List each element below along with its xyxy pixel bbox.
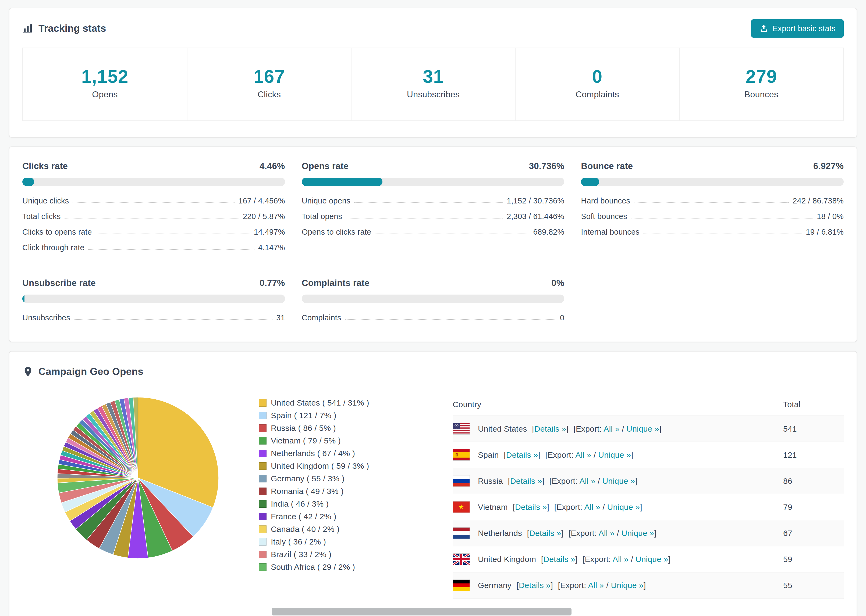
bracket: [ <box>508 476 510 486</box>
metric-value: 18 / 0% <box>817 212 844 221</box>
rate-progress-bar <box>22 178 285 186</box>
total-cell: 79 <box>783 494 844 520</box>
separator: / <box>598 476 600 486</box>
country-cell: Vietnam [Details »] [Export: All » / Uni… <box>453 494 783 520</box>
export-unique-link[interactable]: Unique » <box>611 581 644 590</box>
stat-value: 0 <box>518 66 676 87</box>
export-unique-link[interactable]: Unique » <box>622 529 654 537</box>
export-button-label: Export basic stats <box>773 24 836 33</box>
export-label: [Export: <box>545 451 573 459</box>
rate-block: Opens rate 30.736% Unique opens 1,152 / … <box>302 161 565 255</box>
export-all-link[interactable]: All » <box>575 451 591 459</box>
legend-label: Netherlands ( 67 / 4% ) <box>271 449 355 458</box>
stat-label: Complaints <box>518 90 676 99</box>
rate-progress-fill <box>302 178 383 186</box>
tracking-stats-header: Tracking stats Export basic stats <box>22 19 844 38</box>
stat-value: 1,152 <box>25 66 184 87</box>
export-all-link[interactable]: All » <box>612 555 628 564</box>
geo-title: Campaign Geo Opens <box>22 366 143 377</box>
export-group: [Export: All » / Unique »] <box>583 555 671 564</box>
total-cell: 59 <box>783 546 844 572</box>
rate-block: Clicks rate 4.46% Unique clicks 167 / 4.… <box>22 161 285 255</box>
export-all-link[interactable]: All » <box>599 529 614 537</box>
total-cell: 67 <box>783 520 844 546</box>
rate-metric-row: Unsubscribes 31 <box>22 310 285 325</box>
country-cell: United States [Details »] [Export: All »… <box>453 416 783 442</box>
geo-table-wrap: Country Total United States [Details »] … <box>453 394 844 599</box>
export-unique-link[interactable]: Unique » <box>598 451 631 459</box>
bracket: ] <box>542 476 545 486</box>
metric-label: Clicks to opens rate <box>22 228 92 237</box>
legend-color-swatch <box>259 475 266 482</box>
bracket: ] <box>644 581 646 590</box>
legend-item: United States ( 541 / 31% ) <box>259 398 431 407</box>
details-link[interactable]: Details » <box>534 424 567 433</box>
details-link[interactable]: Details » <box>515 503 547 511</box>
legend-label: Russia ( 86 / 5% ) <box>271 424 336 433</box>
rate-metric-row: Opens to clicks rate 689.82% <box>302 224 565 240</box>
details-group: [Details »] <box>527 529 564 537</box>
rate-block: Complaints rate 0% Complaints 0 <box>302 278 565 325</box>
country-name: Germany <box>478 581 512 590</box>
legend-item: Germany ( 55 / 3% ) <box>259 474 431 483</box>
table-row: Vietnam [Details »] [Export: All » / Uni… <box>453 494 844 520</box>
bracket: ] <box>668 555 671 564</box>
total-cell: 55 <box>783 572 844 598</box>
dotted-leader <box>96 230 250 234</box>
tracking-stats-title-text: Tracking stats <box>38 23 106 34</box>
export-basic-stats-button[interactable]: Export basic stats <box>751 19 844 38</box>
details-link[interactable]: Details » <box>543 555 575 564</box>
details-group: [Details »] <box>541 555 578 564</box>
rate-value: 0.77% <box>260 278 285 288</box>
export-unique-link[interactable]: Unique » <box>636 555 668 564</box>
export-group: [Export: All » / Unique »] <box>568 529 657 537</box>
rate-value: 30.736% <box>529 161 565 171</box>
export-unique-link[interactable]: Unique » <box>602 476 635 486</box>
rate-head: Complaints rate 0% <box>302 278 565 288</box>
metric-value: 31 <box>276 313 285 322</box>
details-link[interactable]: Details » <box>506 451 538 459</box>
country-name: United Kingdom <box>478 555 536 564</box>
total-cell: 86 <box>783 468 844 494</box>
dotted-leader <box>74 316 272 320</box>
export-group: [Export: All » / Unique »] <box>550 476 638 486</box>
country-cell: Spain [Details »] [Export: All » / Uniqu… <box>453 442 783 468</box>
export-all-link[interactable]: All » <box>579 476 595 486</box>
details-link[interactable]: Details » <box>510 476 542 486</box>
horizontal-scrollbar-thumb[interactable] <box>272 608 572 616</box>
stats-row: 1,152 Opens 167 Clicks 31 Unsubscribes 0… <box>22 47 844 121</box>
country-cell: United Kingdom [Details »] [Export: All … <box>453 546 783 572</box>
dotted-leader <box>643 230 802 234</box>
country-name: Spain <box>478 451 499 459</box>
geo-content: United States ( 541 / 31% ) Spain ( 121 … <box>22 392 844 599</box>
bracket: ] <box>561 529 564 537</box>
rate-progress-bar <box>302 178 565 186</box>
metric-label: Unique opens <box>302 196 350 205</box>
country-column-header: Country <box>453 394 783 416</box>
separator: / <box>622 424 624 433</box>
pie-svg <box>55 394 221 561</box>
table-row: United States [Details »] [Export: All »… <box>453 416 844 442</box>
export-all-link[interactable]: All » <box>588 581 604 590</box>
export-unique-link[interactable]: Unique » <box>607 503 640 511</box>
legend-label: United Kingdom ( 59 / 3% ) <box>271 462 369 471</box>
country-cell: Germany [Details »] [Export: All » / Uni… <box>453 572 783 598</box>
dotted-leader <box>634 199 789 203</box>
country-flag-icon <box>453 449 470 460</box>
export-all-link[interactable]: All » <box>584 503 600 511</box>
country-flag-icon <box>453 553 470 565</box>
stat-box: 1,152 Opens <box>23 48 187 120</box>
metric-label: Total opens <box>302 212 342 221</box>
legend-label: South Africa ( 29 / 2% ) <box>271 563 355 572</box>
details-link[interactable]: Details » <box>519 581 551 590</box>
geo-pie-chart <box>55 394 221 561</box>
metric-label: Click through rate <box>22 243 85 252</box>
campaign-geo-opens-card: Campaign Geo Opens United States ( 541 /… <box>9 351 857 616</box>
details-link[interactable]: Details » <box>529 529 561 537</box>
dotted-leader <box>88 245 254 250</box>
dotted-leader <box>72 199 235 203</box>
country-name: United States <box>478 424 527 433</box>
rate-metric-row: Total clicks 220 / 5.87% <box>22 209 285 224</box>
export-all-link[interactable]: All » <box>603 424 619 433</box>
export-unique-link[interactable]: Unique » <box>627 424 659 433</box>
